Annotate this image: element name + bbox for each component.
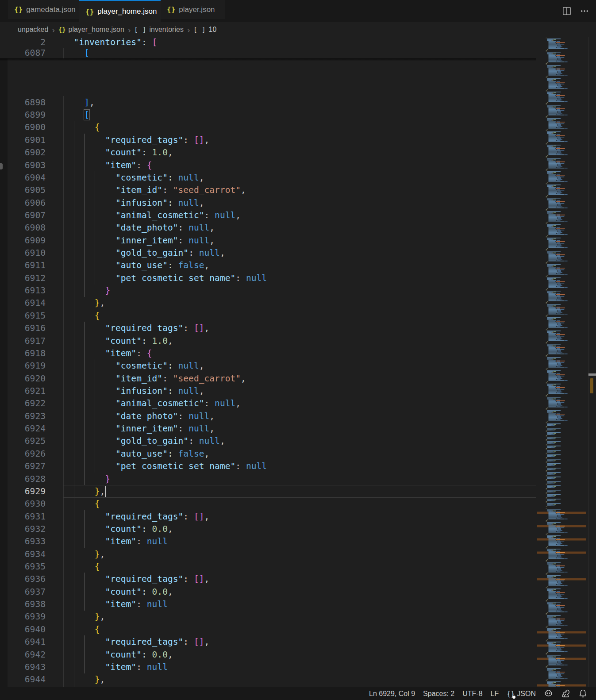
- tab-player-home-json[interactable]: {} player_home.json: [79, 0, 161, 22]
- code-line[interactable]: 6942 "count": 0.0,: [0, 648, 536, 661]
- line-number[interactable]: 6911: [8, 259, 46, 272]
- more-actions-icon[interactable]: [580, 7, 589, 15]
- split-editor-icon[interactable]: [562, 7, 571, 15]
- line-number[interactable]: 6898: [8, 96, 46, 109]
- line-number[interactable]: 6915: [8, 309, 46, 322]
- code-line[interactable]: 6919 "cosmetic": null,: [0, 359, 536, 372]
- sticky-line[interactable]: 2 "inventories": [: [0, 37, 536, 48]
- code-line[interactable]: 6922 "animal_cosmetic": null,: [0, 397, 536, 410]
- sticky-line[interactable]: 6087 [: [0, 48, 536, 58]
- code-line[interactable]: 6898 ],: [0, 96, 536, 109]
- line-number[interactable]: 6919: [8, 359, 46, 372]
- line-number[interactable]: 6913: [8, 284, 46, 297]
- line-number[interactable]: 6924: [8, 422, 46, 435]
- overview-ruler-scrollbar[interactable]: [588, 37, 596, 687]
- line-number[interactable]: 6902: [8, 146, 46, 159]
- code-line[interactable]: 6909 "inner_item": null,: [0, 234, 536, 247]
- line-number[interactable]: 6922: [8, 397, 46, 410]
- line-number[interactable]: 6903: [8, 159, 46, 172]
- indentation-status[interactable]: Spaces: 2: [419, 690, 458, 698]
- line-number[interactable]: 6921: [8, 385, 46, 397]
- line-number[interactable]: 6925: [8, 435, 46, 447]
- line-number[interactable]: 6916: [8, 322, 46, 335]
- code-line[interactable]: 6900 {: [0, 121, 536, 134]
- line-number[interactable]: 6901: [8, 134, 46, 146]
- code-line[interactable]: 6917 "count": 1.0,: [0, 335, 536, 347]
- code-editor[interactable]: 6898 ],6899 [6900 {6901 "required_tags":…: [0, 37, 596, 687]
- code-line[interactable]: 6899 [: [0, 108, 536, 121]
- code-line[interactable]: 6913 }: [0, 284, 536, 297]
- code-line[interactable]: 6901 "required_tags": [],: [0, 134, 536, 146]
- code-line[interactable]: 6935 {: [0, 560, 536, 573]
- code-line[interactable]: 6907 "animal_cosmetic": null,: [0, 209, 536, 222]
- code-line[interactable]: 6933 "item": null: [0, 535, 536, 548]
- code-line[interactable]: 6932 "count": 0.0,: [0, 523, 536, 535]
- line-number[interactable]: 6920: [8, 372, 46, 385]
- line-number[interactable]: 6918: [8, 347, 46, 360]
- line-number[interactable]: 6939: [8, 610, 46, 623]
- line-number[interactable]: 6935: [8, 560, 46, 573]
- line-number[interactable]: 6910: [8, 246, 46, 259]
- line-number[interactable]: 6933: [8, 535, 46, 548]
- code-line[interactable]: 6927 "pet_cosmetic_set_name": null: [0, 460, 536, 473]
- code-line[interactable]: 6939 },: [0, 610, 536, 623]
- code-line[interactable]: 6940 {: [0, 623, 536, 636]
- eol-status[interactable]: LF: [487, 690, 503, 698]
- line-number[interactable]: 6923: [8, 410, 46, 423]
- breadcrumb-item-index-10[interactable]: [ ] 10: [193, 26, 216, 34]
- squirrel-extension-icon[interactable]: [557, 689, 574, 698]
- code-line[interactable]: 6902 "count": 1.0,: [0, 146, 536, 159]
- line-number[interactable]: 6907: [8, 209, 46, 222]
- line-number[interactable]: 6931: [8, 510, 46, 523]
- notifications-bell-icon[interactable]: [574, 689, 592, 698]
- code-line[interactable]: 6936 "required_tags": [],: [0, 573, 536, 585]
- code-line[interactable]: 6924 "inner_item": null,: [0, 422, 536, 435]
- line-number[interactable]: 6909: [8, 234, 46, 247]
- line-number[interactable]: 6938: [8, 598, 46, 611]
- line-number[interactable]: 6944: [8, 673, 46, 686]
- encoding-status[interactable]: UTF-8: [458, 690, 486, 698]
- line-number[interactable]: 6914: [8, 296, 46, 309]
- code-line[interactable]: 6925 "gold_to_gain": null,: [0, 435, 536, 447]
- code-line[interactable]: 6928 }: [0, 473, 536, 485]
- line-number[interactable]: 6900: [8, 121, 46, 134]
- code-line[interactable]: 6934 },: [0, 548, 536, 561]
- line-number[interactable]: 6937: [8, 585, 46, 598]
- code-line[interactable]: 6905 "item_id": "seed_carrot",: [0, 184, 536, 196]
- code-line[interactable]: 6916 "required_tags": [],: [0, 322, 536, 335]
- line-number[interactable]: 6928: [8, 473, 46, 485]
- line-number[interactable]: 6927: [8, 460, 46, 473]
- line-number[interactable]: 2: [8, 37, 46, 48]
- language-mode-status[interactable]: {} JSON: [503, 690, 540, 698]
- tab-gamedata-json[interactable]: {} gamedata.json: [8, 0, 79, 19]
- code-line[interactable]: 6908 "date_photo": null,: [0, 221, 536, 234]
- cursor-position-status[interactable]: Ln 6929, Col 9: [365, 690, 419, 698]
- code-line[interactable]: 6920 "item_id": "seed_carrot",: [0, 372, 536, 385]
- line-number[interactable]: 6908: [8, 221, 46, 234]
- line-number[interactable]: 6934: [8, 548, 46, 561]
- code-line[interactable]: 6923 "date_photo": null,: [0, 410, 536, 423]
- tab-player-json[interactable]: {} player.json: [161, 0, 225, 19]
- code-line[interactable]: 6911 "auto_use": false,: [0, 259, 536, 272]
- code-line[interactable]: 6915 {: [0, 309, 536, 322]
- copilot-status-icon[interactable]: [540, 689, 557, 698]
- code-line[interactable]: 6914 },: [0, 296, 536, 309]
- line-number[interactable]: 6917: [8, 335, 46, 347]
- code-line[interactable]: 6903 "item": {: [0, 159, 536, 172]
- line-number[interactable]: 6929: [8, 485, 46, 498]
- code-line[interactable]: 6943 "item": null: [0, 661, 536, 673]
- code-line[interactable]: 6931 "required_tags": [],: [0, 510, 536, 523]
- line-number[interactable]: 6912: [8, 272, 46, 285]
- line-number[interactable]: 6087: [8, 48, 46, 58]
- breadcrumb-item-inventories[interactable]: [ ] inventories: [134, 26, 184, 34]
- line-number[interactable]: 6936: [8, 573, 46, 585]
- code-line[interactable]: 6938 "item": null: [0, 598, 536, 611]
- line-number[interactable]: 6904: [8, 171, 46, 184]
- code-line[interactable]: 6906 "infusion": null,: [0, 196, 536, 209]
- code-line[interactable]: 6941 "required_tags": [],: [0, 635, 536, 648]
- line-number[interactable]: 6926: [8, 447, 46, 460]
- sticky-scroll[interactable]: 2 "inventories": [6087 [: [0, 37, 536, 58]
- code-line[interactable]: 6930 {: [0, 497, 536, 510]
- code-line[interactable]: 6944 },: [0, 673, 536, 686]
- code-line[interactable]: 6918 "item": {: [0, 347, 536, 360]
